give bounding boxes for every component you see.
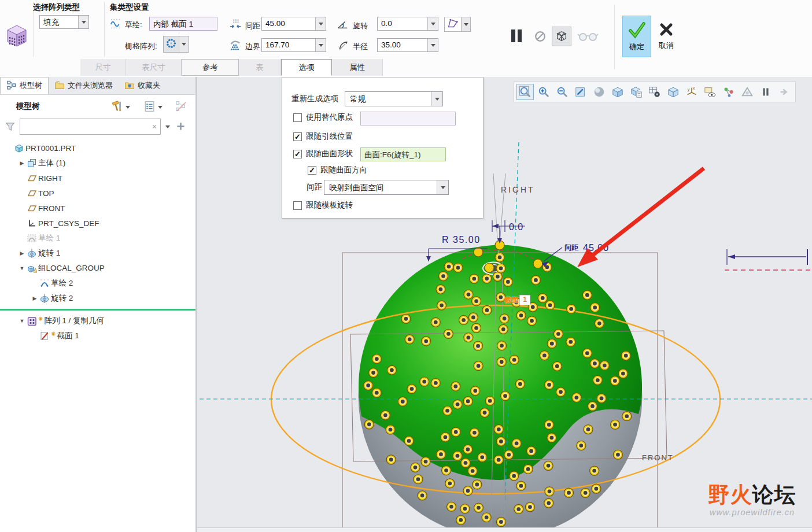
pattern-dot[interactable] — [496, 518, 505, 527]
pattern-dot[interactable] — [405, 335, 414, 344]
spacing-combo[interactable]: 45.00 — [261, 17, 326, 31]
pattern-type-caret[interactable] — [78, 16, 88, 28]
regen-caret[interactable] — [431, 92, 442, 106]
pattern-dot[interactable] — [372, 388, 381, 397]
pattern-dot[interactable] — [464, 290, 473, 299]
follow-leader-checkbox[interactable]: ✓ — [293, 132, 302, 141]
pattern-type-select[interactable]: 填充 — [39, 15, 89, 29]
pattern-dot[interactable] — [495, 253, 504, 262]
pattern-dot[interactable] — [581, 488, 590, 497]
pattern-dot[interactable] — [523, 464, 533, 474]
pattern-dot[interactable] — [499, 324, 508, 334]
pattern-dot[interactable] — [442, 466, 451, 475]
pattern-dot[interactable] — [515, 379, 525, 389]
pattern-dot[interactable] — [510, 471, 519, 481]
pattern-dot[interactable] — [407, 385, 416, 394]
pattern-dot[interactable] — [504, 450, 514, 459]
pattern-dot[interactable] — [544, 420, 553, 429]
tree-item-PRT0001.PRT[interactable]: PRT0001.PRT — [0, 141, 195, 156]
pattern-dot[interactable] — [553, 329, 563, 338]
pattern-dot[interactable] — [497, 357, 506, 367]
pause-small-button[interactable] — [757, 84, 774, 100]
pattern-dot[interactable] — [474, 361, 483, 371]
radius-combo[interactable]: 35.00 — [377, 38, 438, 52]
pattern-dot[interactable] — [386, 425, 395, 434]
pattern-dot[interactable] — [567, 304, 576, 313]
add-filter-icon[interactable] — [176, 121, 186, 131]
pattern-dot[interactable] — [485, 396, 494, 405]
annotation-display-button[interactable] — [702, 84, 719, 100]
pattern-dot[interactable] — [552, 361, 562, 371]
pattern-dot[interactable] — [572, 393, 581, 402]
regen-select[interactable]: 常规 — [345, 91, 443, 106]
pattern-dot[interactable] — [468, 466, 477, 475]
panel-spacing-select[interactable]: 映射到曲面空间 — [324, 180, 449, 195]
polygon-caret[interactable] — [462, 17, 471, 32]
pattern-dot[interactable] — [364, 381, 373, 390]
pattern-dot[interactable] — [613, 450, 622, 459]
spin-center-button[interactable] — [720, 84, 737, 100]
pattern-dot[interactable] — [421, 457, 430, 466]
tree-item-组LOCAL_GROUP[interactable]: ▼组LOCAL_GROUP — [0, 261, 195, 276]
pattern-dot[interactable] — [525, 503, 534, 512]
tree-item-FRONT[interactable]: FRONT — [0, 201, 195, 216]
pattern-dot[interactable] — [473, 480, 482, 489]
pattern-dot[interactable] — [531, 275, 540, 285]
ribbon-tab-属性[interactable]: 属性 — [332, 59, 383, 76]
pattern-dot[interactable] — [516, 481, 526, 490]
pattern-dot[interactable] — [621, 351, 630, 360]
rotation-combo[interactable]: 0.0 — [377, 17, 438, 31]
zoom-out-button[interactable] — [553, 84, 571, 100]
pattern-dot[interactable] — [404, 437, 414, 446]
tree-expand-icon[interactable]: ▼ — [17, 318, 27, 324]
grid-pattern-caret[interactable] — [179, 36, 189, 53]
pattern-dot[interactable] — [547, 433, 556, 442]
pattern-dot[interactable] — [453, 451, 462, 460]
shading-button[interactable] — [590, 84, 608, 100]
pattern-dot[interactable] — [512, 439, 521, 448]
surface-ref-input[interactable]: 曲面:F6(旋转_1) — [360, 147, 446, 161]
follow-template-checkbox[interactable] — [293, 201, 302, 210]
datum-display-button[interactable]: xy — [683, 84, 700, 100]
pattern-dot[interactable] — [533, 259, 542, 268]
perspective-button[interactable] — [739, 84, 756, 100]
pause-button[interactable] — [507, 27, 526, 46]
pattern-dot[interactable] — [444, 329, 453, 338]
pattern-dot[interactable] — [447, 502, 456, 511]
grid-pattern-button[interactable] — [163, 36, 179, 53]
nav-tab-收藏夹[interactable]: 收藏夹 — [119, 77, 166, 94]
pattern-dot[interactable] — [593, 375, 602, 385]
follow-surface-checkbox[interactable]: ✓ — [293, 150, 302, 158]
pattern-dot[interactable] — [503, 277, 512, 286]
pattern-dot[interactable] — [544, 461, 553, 470]
pattern-dot[interactable] — [443, 406, 452, 415]
pattern-dot[interactable] — [381, 411, 390, 420]
pattern-dot[interactable] — [463, 445, 473, 454]
pattern-dot[interactable] — [453, 400, 462, 409]
pattern-dot[interactable] — [386, 455, 396, 464]
tree-filter-input[interactable]: × — [20, 119, 161, 135]
confirm-button[interactable]: 确定 — [622, 16, 651, 57]
pattern-dot[interactable] — [482, 513, 491, 522]
pattern-dot[interactable] — [387, 365, 396, 375]
zoom-in-button[interactable] — [535, 84, 552, 100]
pattern-dot[interactable] — [545, 487, 554, 496]
pattern-dot[interactable] — [622, 412, 632, 421]
pattern-dot[interactable] — [547, 339, 556, 348]
pattern-dot[interactable] — [472, 323, 481, 332]
pattern-dot[interactable] — [431, 378, 440, 387]
tree-item-TOP[interactable]: TOP — [0, 186, 195, 201]
alt-origin-input[interactable] — [360, 112, 456, 125]
tree-item-旋转-1[interactable]: ▶旋转 1 — [0, 246, 195, 261]
pattern-dot[interactable] — [514, 504, 523, 513]
pattern-dot[interactable] — [538, 293, 547, 302]
ribbon-tab-选项[interactable]: 选项 — [281, 59, 332, 76]
pattern-dot[interactable] — [482, 274, 492, 283]
section-tag[interactable]: 截面 1 — [504, 295, 530, 305]
pattern-dot[interactable] — [480, 408, 489, 418]
tree-item-旋转-2[interactable]: ▶旋转 2 — [0, 291, 195, 306]
pattern-dot[interactable] — [482, 305, 492, 315]
pattern-dot[interactable] — [464, 333, 473, 342]
tree-item-草绘-1[interactable]: 草绘 1 — [0, 231, 195, 246]
tree-expand-icon[interactable]: ▼ — [17, 265, 27, 271]
